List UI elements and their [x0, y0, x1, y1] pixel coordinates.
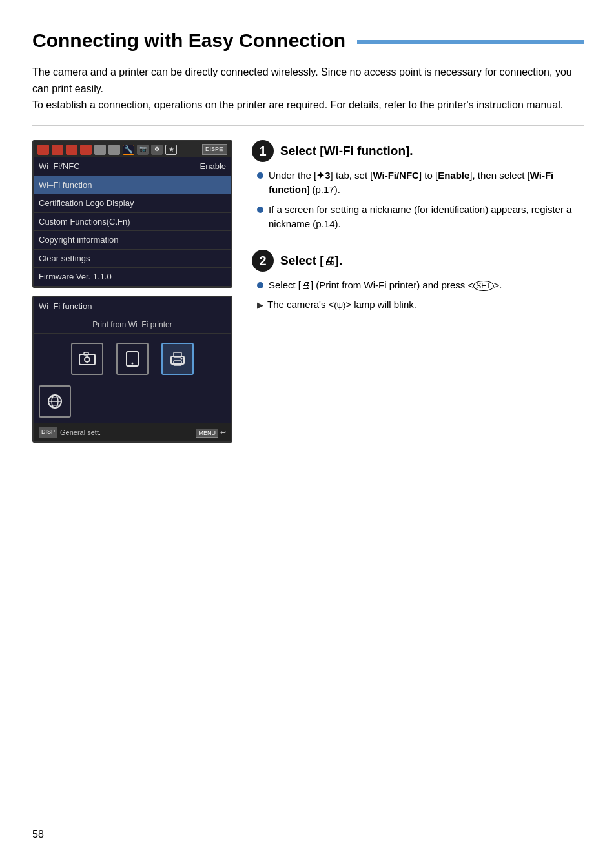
tab-icon-2 — [52, 145, 63, 155]
step-2-bullet-2: ▶ The camera's <(ψ)> lamp will blink. — [257, 298, 584, 312]
step-2-bullet-1-text: Select [🖨] (Print from Wi-Fi printer) an… — [269, 278, 502, 293]
tab-icon-star: ★ — [165, 145, 177, 155]
camera-screen-wifi: Wi–Fi function Print from Wi–Fi printer — [32, 296, 232, 443]
disp-general-sett: DISP General sett. — [39, 427, 101, 438]
step-2-title: Select [🖨]. — [280, 252, 342, 270]
step-1-number: 1 — [252, 140, 274, 162]
wifi-icon-camera — [71, 343, 103, 375]
tab-icon-settings: ⚙ — [151, 145, 163, 155]
page-number: 58 — [32, 827, 44, 842]
main-content: 🔧 📷 ⚙ ★ DISP⊟ Wi–Fi/NFC Enable Wi–Fi fun… — [32, 140, 584, 443]
wifi-icon-globe — [39, 385, 71, 418]
menu-label-cert-logo: Certification Logo Display — [39, 197, 134, 210]
svg-point-4 — [132, 363, 134, 365]
wifi-icons-row — [34, 334, 231, 380]
wifi-icon-tablet — [116, 343, 149, 375]
arrow-icon: ▶ — [257, 299, 263, 312]
step-2-header: 2 Select [🖨]. — [252, 250, 584, 272]
tab-icon-1 — [37, 145, 49, 155]
tab-icon-wrench: 🔧 — [123, 145, 134, 155]
menu-row-firmware: Firmware Ver. 1.1.0 — [34, 268, 231, 287]
wifi-screen-title: Wi–Fi function — [34, 297, 231, 317]
menu-label-custom-fn: Custom Functions(C.Fn) — [39, 216, 130, 228]
wifi-screen-bottom-bar: DISP General sett. MENU ↩ — [34, 423, 231, 441]
page-title: Connecting with Easy Connection — [32, 26, 345, 55]
svg-rect-0 — [79, 354, 95, 365]
menu-label-wifi-function: Wi–Fi function — [39, 179, 92, 192]
bullet-dot-3 — [257, 282, 263, 288]
menu-row-cert-logo: Certification Logo Display — [34, 194, 231, 213]
step-2-bullets: Select [🖨] (Print from Wi-Fi printer) an… — [252, 278, 584, 312]
disp-badge-small: DISP — [39, 427, 57, 438]
wifi-globe-row — [34, 380, 231, 423]
step-2-number: 2 — [252, 250, 274, 272]
bullet-dot-2 — [257, 207, 263, 213]
svg-point-8 — [181, 358, 183, 360]
step-2-bullet-2-text: The camera's <(ψ)> lamp will blink. — [267, 298, 416, 312]
menu-value-wifi-nfc: Enable — [200, 160, 226, 173]
camera-tab-bar: 🔧 📷 ⚙ ★ DISP⊟ — [34, 141, 231, 158]
step-1-bullet-2-text: If a screen for setting a nickname (for … — [269, 203, 584, 232]
general-sett-label: General sett. — [60, 427, 101, 438]
step-1-bullet-1: Under the [✦3] tab, set [Wi-Fi/NFC] to [… — [257, 168, 584, 197]
page-title-container: Connecting with Easy Connection — [32, 26, 584, 55]
menu-back-arrow: ↩ — [220, 429, 226, 436]
right-column: 1 Select [Wi-Fi function]. Under the [✦3… — [252, 140, 584, 443]
step-1-bullet-1-text: Under the [✦3] tab, set [Wi-Fi/NFC] to [… — [269, 168, 584, 197]
wifi-screen-subtitle: Print from Wi–Fi printer — [34, 316, 231, 334]
step-1-bullet-2: If a screen for setting a nickname (for … — [257, 203, 584, 232]
tab-icon-3 — [66, 145, 77, 155]
menu-label-clear-settings: Clear settings — [39, 252, 90, 265]
bullet-dot-1 — [257, 172, 263, 179]
title-bar-decoration — [357, 40, 584, 44]
step-1-title: Select [Wi-Fi function]. — [280, 142, 413, 161]
menu-back-label: MENU ↩ — [196, 427, 226, 438]
section-divider — [32, 125, 584, 126]
step-2-section: 2 Select [🖨]. Select [🖨] (Print from Wi-… — [252, 250, 584, 312]
tab-icon-4 — [80, 145, 92, 155]
step-1-header: 1 Select [Wi-Fi function]. — [252, 140, 584, 162]
svg-point-1 — [85, 357, 90, 362]
menu-label-firmware: Firmware Ver. 1.1.0 — [39, 270, 112, 283]
menu-label-wifi-nfc: Wi–Fi/NFC — [39, 160, 80, 173]
tab-icon-6 — [108, 145, 120, 155]
menu-label-copyright: Copyright information — [39, 234, 119, 247]
step-2-bullet-1: Select [🖨] (Print from Wi-Fi printer) an… — [257, 278, 584, 293]
step-1-bullets: Under the [✦3] tab, set [Wi-Fi/NFC] to [… — [252, 168, 584, 232]
menu-row-copyright: Copyright information — [34, 231, 231, 250]
menu-row-wifi-function: Wi–Fi function — [34, 176, 231, 195]
camera-screen-menu: 🔧 📷 ⚙ ★ DISP⊟ Wi–Fi/NFC Enable Wi–Fi fun… — [32, 140, 232, 288]
left-column: 🔧 📷 ⚙ ★ DISP⊟ Wi–Fi/NFC Enable Wi–Fi fun… — [32, 140, 232, 443]
svg-rect-5 — [171, 356, 184, 364]
step-1-section: 1 Select [Wi-Fi function]. Under the [✦3… — [252, 140, 584, 232]
tab-icon-camera: 📷 — [137, 145, 149, 155]
menu-row-custom-fn: Custom Functions(C.Fn) — [34, 213, 231, 232]
disp-badge: DISP⊟ — [202, 144, 227, 156]
menu-row-wifi-nfc: Wi–Fi/NFC Enable — [34, 157, 231, 176]
menu-badge-small: MENU — [196, 429, 218, 438]
wifi-icon-printer — [161, 343, 194, 375]
menu-row-clear-settings: Clear settings — [34, 250, 231, 268]
intro-paragraph: The camera and a printer can be directly… — [32, 64, 584, 114]
tab-icon-5 — [94, 145, 106, 155]
